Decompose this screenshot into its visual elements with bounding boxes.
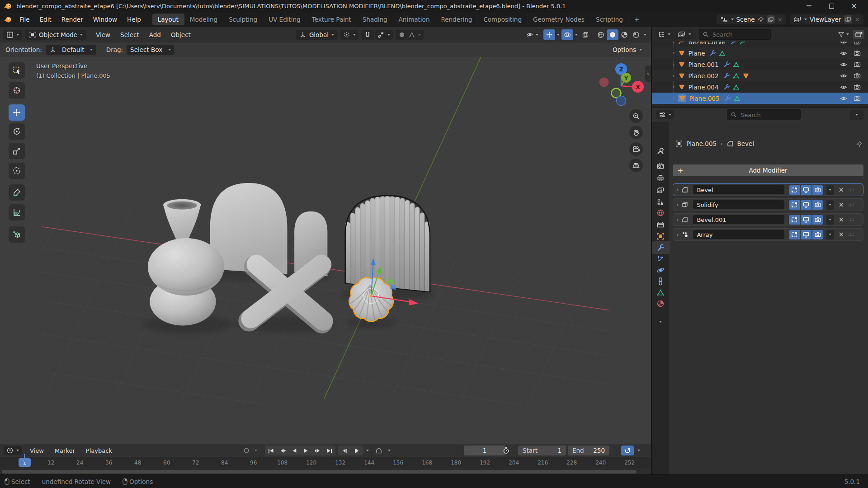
prev-keyframe-button[interactable] xyxy=(280,448,286,453)
workspace-tab-modeling[interactable]: Modeling xyxy=(184,14,223,25)
modifier-wrench-icon[interactable] xyxy=(724,95,731,102)
play-reverse-button[interactable] xyxy=(292,448,297,453)
properties-tab-render[interactable] xyxy=(652,160,669,173)
proportional-edit[interactable] xyxy=(396,30,424,40)
properties-tab-object[interactable] xyxy=(652,230,669,243)
editmode-display-toggle[interactable] xyxy=(789,185,800,195)
mode-selector[interactable]: Object Mode xyxy=(25,30,86,40)
properties-tab-world[interactable] xyxy=(652,206,669,219)
expand-chevron-icon[interactable]: › xyxy=(673,95,675,101)
modifier-extras-dropdown[interactable] xyxy=(826,185,834,195)
expand-chevron-icon[interactable]: › xyxy=(677,187,679,193)
tool-rotate[interactable] xyxy=(9,123,25,140)
camera-visibility-icon[interactable] xyxy=(854,84,861,90)
orientation-dropdown[interactable]: Default xyxy=(46,45,96,55)
jump-to-start-button[interactable] xyxy=(268,448,274,453)
render-display-toggle[interactable] xyxy=(812,200,823,210)
realtime-display-toggle[interactable] xyxy=(801,185,811,195)
shading-wireframe-button[interactable] xyxy=(595,29,607,40)
workspace-tab-animation[interactable]: Animation xyxy=(393,14,436,25)
snap-toggle[interactable] xyxy=(361,30,374,40)
tool-scale[interactable] xyxy=(9,143,25,159)
properties-tab-modifiers[interactable] xyxy=(652,241,670,254)
object-name[interactable]: BezierCurve xyxy=(688,42,725,46)
object-name[interactable]: Plane.004 xyxy=(688,84,718,91)
outliner-row[interactable]: › BezierCurve xyxy=(652,42,868,47)
timeline-ruler[interactable]: 1224364860728496108120132144156168180192… xyxy=(0,457,651,468)
realtime-display-toggle[interactable] xyxy=(801,230,811,239)
expand-chevron-icon[interactable]: › xyxy=(677,202,679,208)
drag-handle-icon[interactable] xyxy=(848,233,854,237)
mesh-data-icon[interactable] xyxy=(719,50,726,56)
hide-eye-icon[interactable] xyxy=(840,73,847,79)
keying-button[interactable] xyxy=(621,446,634,455)
filter-funnel-icon[interactable] xyxy=(838,31,844,38)
camera-visibility-icon[interactable] xyxy=(854,50,861,56)
current-frame-field[interactable]: 1 xyxy=(464,446,505,455)
drag-handle-icon[interactable] xyxy=(848,203,854,207)
options-dropdown[interactable]: Options xyxy=(613,46,642,53)
modifier-extras-dropdown[interactable] xyxy=(826,230,834,239)
drag-handle-icon[interactable] xyxy=(848,218,854,222)
preview-range-icon[interactable] xyxy=(375,448,382,454)
editor-type-button[interactable] xyxy=(4,30,22,40)
properties-tab-constraints[interactable] xyxy=(652,275,669,288)
modifier-panel-bevel[interactable]: › Bevel × xyxy=(673,183,863,196)
editmode-display-toggle[interactable] xyxy=(789,230,800,239)
start-frame-field[interactable]: Start1 xyxy=(518,446,566,455)
object-name[interactable]: Plane.005 xyxy=(689,95,719,102)
navigation-gizmo[interactable]: Z Y X xyxy=(594,59,648,113)
tool-add-cube[interactable] xyxy=(9,226,25,243)
workspace-tab-texture-paint[interactable]: Texture Paint xyxy=(307,14,357,25)
expand-chevron-icon[interactable]: › xyxy=(673,50,675,56)
render-display-toggle[interactable] xyxy=(812,185,823,195)
tool-transform[interactable] xyxy=(9,163,25,179)
editmode-display-toggle[interactable] xyxy=(789,200,800,210)
tool-select-box[interactable] xyxy=(9,62,25,79)
tool-cursor[interactable] xyxy=(9,82,25,99)
properties-options-dropdown[interactable] xyxy=(850,110,863,120)
tool-move[interactable] xyxy=(9,104,25,121)
viewport-canvas[interactable]: User Perspective (1) Collection | Plane.… xyxy=(0,57,651,444)
new-scene-icon[interactable] xyxy=(767,15,775,23)
camera-visibility-icon[interactable] xyxy=(854,73,861,79)
modifier-close-icon[interactable]: × xyxy=(837,230,845,239)
minimize-button[interactable] xyxy=(806,3,812,9)
prev-frame-button[interactable] xyxy=(342,448,347,453)
end-frame-field[interactable]: End250 xyxy=(568,446,609,455)
new-collection-button[interactable] xyxy=(853,30,864,39)
close-button[interactable]: × xyxy=(851,3,857,9)
workspace-tab-compositing[interactable]: Compositing xyxy=(478,14,528,25)
orthographic-button[interactable] xyxy=(629,159,643,172)
mesh-data-icon[interactable] xyxy=(733,73,740,79)
outliner-filter-type[interactable] xyxy=(675,30,693,39)
workspace-tab-geometry-nodes[interactable]: Geometry Nodes xyxy=(528,14,590,25)
viewlayer-selector[interactable]: ViewLayer × xyxy=(790,14,863,24)
viewport-menu-object[interactable]: Object xyxy=(166,31,196,38)
modifier-name-field[interactable]: Solidify xyxy=(693,200,784,209)
timeline-menu-playback[interactable]: Playback xyxy=(80,447,118,454)
workspace-tab-scripting[interactable]: Scripting xyxy=(590,14,629,25)
xray-toggle[interactable] xyxy=(580,29,591,40)
modifier-wrench-icon[interactable] xyxy=(709,50,716,56)
show-overlays-toggle[interactable] xyxy=(561,29,573,40)
pin-icon[interactable] xyxy=(758,16,764,23)
modifier-name-field[interactable]: Bevel.001 xyxy=(693,215,784,224)
add-workspace-button[interactable]: + xyxy=(629,14,645,25)
stopwatch-icon[interactable] xyxy=(503,447,509,454)
sidebar-toggle[interactable]: ‹ xyxy=(645,66,651,82)
modifier-extras-dropdown[interactable] xyxy=(826,200,834,210)
realtime-display-toggle[interactable] xyxy=(801,215,811,225)
timeline-menu-marker[interactable]: Marker xyxy=(49,447,80,454)
blender-menu-icon[interactable] xyxy=(4,16,12,23)
zoom-button[interactable] xyxy=(629,109,643,123)
modifier-wrench-icon[interactable] xyxy=(723,72,730,79)
viewport-menu-view[interactable]: View xyxy=(91,31,115,38)
hide-eye-icon[interactable] xyxy=(840,62,847,67)
next-frame-button[interactable] xyxy=(354,448,360,453)
workspace-tab-uv-editing[interactable]: UV Editing xyxy=(263,14,306,25)
modifier-close-icon[interactable]: × xyxy=(837,216,845,224)
workspace-tab-rendering[interactable]: Rendering xyxy=(435,14,478,25)
jump-to-end-button[interactable] xyxy=(326,448,332,453)
properties-tab-physics[interactable] xyxy=(652,264,669,277)
